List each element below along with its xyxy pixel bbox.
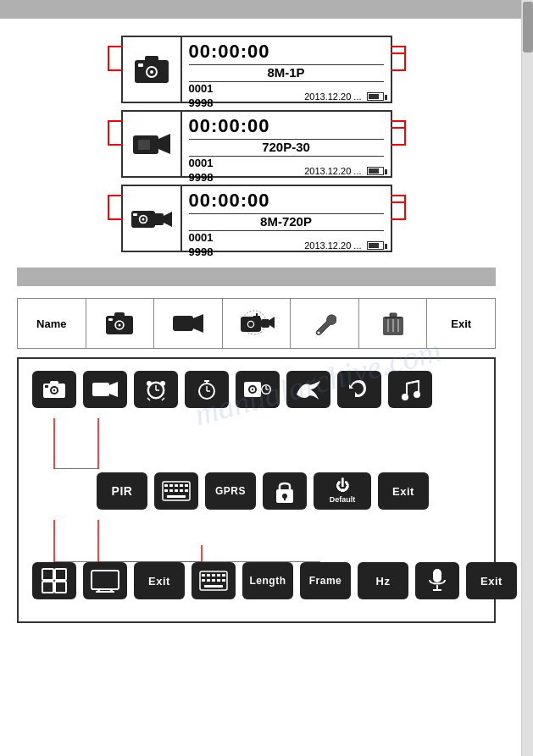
settings-screen-btn[interactable] bbox=[83, 562, 127, 599]
settings-exit-btn4[interactable]: Exit bbox=[466, 562, 517, 599]
nav-combined[interactable] bbox=[223, 299, 291, 348]
settings-length-btn[interactable]: Length bbox=[242, 562, 293, 599]
top-bar bbox=[0, 0, 533, 19]
svg-line-54 bbox=[162, 398, 164, 400]
settings-default-btn[interactable]: ⏻ Default bbox=[314, 472, 371, 510]
nav-delete[interactable] bbox=[359, 299, 428, 348]
video-bottom: 0001 9998 2013.12.20 ... bbox=[189, 157, 384, 185]
settings-mic-btn[interactable] bbox=[415, 562, 459, 599]
svg-rect-98 bbox=[42, 582, 53, 593]
settings-row-3: Exit Length bbox=[32, 562, 480, 599]
svg-rect-110 bbox=[202, 579, 205, 582]
combined-res: 8M-720P bbox=[189, 214, 384, 231]
left-bracket-photo bbox=[108, 46, 109, 71]
svg-point-12 bbox=[142, 218, 144, 221]
nav-photo[interactable] bbox=[86, 299, 155, 348]
svg-rect-44 bbox=[45, 385, 48, 388]
settings-section: PIR GPRS bbox=[17, 357, 496, 623]
combined-mode-icon bbox=[123, 186, 182, 251]
svg-point-64 bbox=[252, 389, 253, 390]
svg-rect-111 bbox=[207, 579, 210, 582]
settings-exit-btn3[interactable]: Exit bbox=[134, 562, 185, 599]
settings-lock-btn[interactable] bbox=[263, 472, 307, 510]
settings-shape-btn[interactable] bbox=[286, 371, 330, 408]
modes-section: 00:00:00 8M-1P 0001 9998 2013.12.20 ... bbox=[17, 36, 496, 252]
video-mode-panel: 00:00:00 720P-30 0001 9998 2013.12.20 ..… bbox=[121, 110, 392, 178]
svg-rect-106 bbox=[207, 574, 210, 577]
svg-rect-78 bbox=[169, 484, 173, 487]
svg-rect-36 bbox=[387, 319, 389, 332]
left-bracket-video bbox=[108, 120, 109, 146]
svg-rect-105 bbox=[202, 574, 205, 577]
svg-line-71 bbox=[407, 381, 419, 384]
left-bracket-combined bbox=[108, 195, 109, 220]
settings-row-2: PIR GPRS bbox=[97, 472, 480, 510]
scrollbar[interactable] bbox=[521, 0, 533, 756]
svg-marker-23 bbox=[193, 314, 203, 333]
settings-gprs-btn[interactable]: GPRS bbox=[205, 472, 256, 510]
nav-name-label: Name bbox=[36, 317, 66, 330]
svg-rect-37 bbox=[392, 319, 394, 332]
svg-marker-15 bbox=[164, 212, 172, 227]
settings-keyboard2-btn[interactable] bbox=[192, 562, 236, 599]
nav-video[interactable] bbox=[154, 299, 223, 348]
video-icon bbox=[172, 312, 204, 335]
combined-nav-icon bbox=[239, 310, 275, 335]
svg-marker-29 bbox=[269, 317, 275, 328]
svg-point-70 bbox=[414, 391, 420, 398]
svg-rect-82 bbox=[164, 489, 168, 492]
svg-rect-38 bbox=[397, 319, 399, 332]
settings-frame-btn[interactable]: Frame bbox=[300, 562, 351, 599]
photo-battery bbox=[367, 92, 384, 101]
settings-alarm-btn[interactable] bbox=[134, 371, 178, 408]
scrollbar-thumb[interactable] bbox=[523, 2, 533, 52]
settings-rotate-btn[interactable] bbox=[337, 371, 381, 408]
svg-rect-1 bbox=[145, 56, 158, 63]
svg-rect-108 bbox=[217, 574, 220, 577]
video-mode-icon bbox=[123, 112, 182, 176]
nav-name[interactable]: Name bbox=[18, 299, 86, 348]
settings-photo-btn[interactable] bbox=[32, 371, 76, 408]
photo-mode-icon bbox=[123, 37, 182, 102]
settings-keyboard-btn[interactable] bbox=[154, 472, 198, 510]
svg-rect-109 bbox=[222, 574, 225, 577]
svg-line-53 bbox=[147, 398, 150, 400]
svg-rect-84 bbox=[175, 489, 178, 492]
svg-rect-83 bbox=[169, 489, 173, 492]
video-res: 720P-30 bbox=[189, 140, 384, 157]
photo-bottom: 0001 9998 2013.12.20 ... bbox=[189, 82, 384, 111]
red-lines-svg bbox=[32, 418, 507, 469]
svg-rect-113 bbox=[217, 579, 220, 582]
svg-rect-35 bbox=[390, 313, 397, 317]
svg-rect-31 bbox=[253, 316, 260, 317]
svg-point-51 bbox=[147, 381, 152, 386]
svg-rect-5 bbox=[138, 63, 143, 67]
svg-rect-114 bbox=[222, 579, 225, 582]
svg-rect-21 bbox=[108, 318, 113, 321]
svg-rect-14 bbox=[152, 213, 164, 225]
combined-mode-panel: 00:00:00 8M-720P 0001 9998 2013.12.20 ..… bbox=[121, 185, 392, 252]
settings-pir-btn[interactable]: PIR bbox=[97, 472, 147, 510]
settings-grid2-btn[interactable] bbox=[32, 562, 76, 599]
nav-tools[interactable] bbox=[291, 299, 359, 348]
svg-rect-17 bbox=[114, 312, 125, 318]
svg-rect-100 bbox=[92, 571, 119, 589]
settings-music-btn[interactable] bbox=[388, 371, 432, 408]
nav-exit[interactable]: Exit bbox=[427, 299, 495, 348]
svg-rect-79 bbox=[175, 484, 178, 487]
svg-point-43 bbox=[53, 389, 55, 391]
svg-rect-45 bbox=[92, 383, 109, 396]
settings-hz-btn[interactable]: Hz bbox=[358, 562, 408, 599]
svg-rect-115 bbox=[204, 585, 223, 588]
video-time: 00:00:00 bbox=[189, 115, 384, 140]
settings-timercam-btn[interactable] bbox=[236, 371, 280, 408]
svg-point-52 bbox=[160, 381, 165, 386]
wrench-icon bbox=[313, 312, 336, 335]
settings-exit-btn2[interactable]: Exit bbox=[378, 472, 429, 510]
settings-video-btn[interactable] bbox=[83, 371, 127, 408]
svg-rect-87 bbox=[167, 495, 186, 498]
svg-rect-99 bbox=[55, 582, 66, 593]
video-battery bbox=[367, 167, 384, 175]
svg-rect-28 bbox=[261, 319, 269, 328]
settings-timer-btn[interactable] bbox=[185, 371, 229, 408]
